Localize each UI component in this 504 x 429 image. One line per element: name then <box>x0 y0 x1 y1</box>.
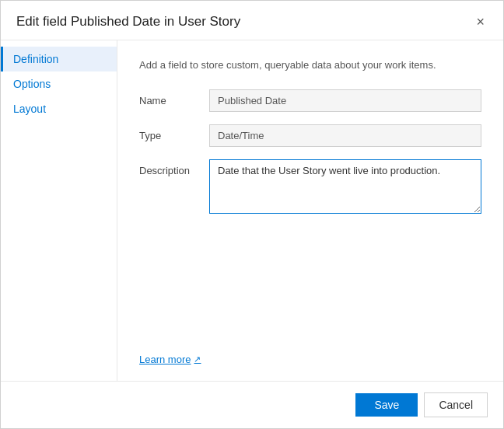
learn-more-link[interactable]: Learn more ↗ <box>139 354 201 365</box>
description-textarea[interactable]: Date that the User Story went live into … <box>209 159 481 214</box>
sidebar-item-definition[interactable]: Definition <box>1 47 117 72</box>
dialog-body: Definition Options Layout Add a field to… <box>1 40 503 381</box>
name-row: Name <box>139 89 481 112</box>
sidebar-item-label-definition: Definition <box>13 53 58 65</box>
sidebar-item-layout[interactable]: Layout <box>1 96 117 121</box>
description-text: Add a field to store custom, queryable d… <box>139 59 481 71</box>
type-label: Type <box>139 124 209 141</box>
description-field: Date that the User Story went live into … <box>209 159 481 216</box>
learn-more-container: Learn more ↗ <box>139 335 481 365</box>
dialog-header: Edit field Published Date in User Story … <box>1 1 503 40</box>
edit-field-dialog: Edit field Published Date in User Story … <box>0 0 504 429</box>
dialog-footer: Save Cancel <box>1 381 503 428</box>
cancel-button[interactable]: Cancel <box>424 392 488 417</box>
name-input[interactable] <box>209 89 481 112</box>
learn-more-label: Learn more <box>139 354 191 365</box>
close-button[interactable]: × <box>473 13 488 30</box>
sidebar-item-options[interactable]: Options <box>1 72 117 96</box>
type-input[interactable] <box>209 124 481 147</box>
name-label: Name <box>139 89 209 106</box>
sidebar-item-label-options: Options <box>13 78 51 90</box>
dialog-title: Edit field Published Date in User Story <box>16 14 240 30</box>
type-field <box>209 124 481 147</box>
save-button[interactable]: Save <box>355 393 418 417</box>
description-row: Description Date that the User Story wen… <box>139 159 481 216</box>
sidebar-item-label-layout: Layout <box>13 103 46 115</box>
sidebar: Definition Options Layout <box>1 40 117 381</box>
description-label: Description <box>139 159 209 176</box>
main-content: Add a field to store custom, queryable d… <box>117 40 503 381</box>
type-row: Type <box>139 124 481 147</box>
name-field <box>209 89 481 112</box>
external-link-icon: ↗ <box>194 354 201 364</box>
